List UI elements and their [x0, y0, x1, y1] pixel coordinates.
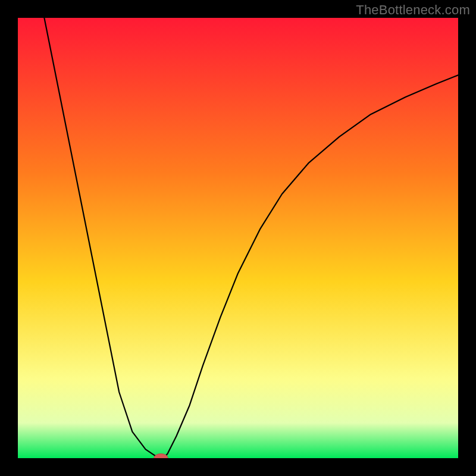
plot-svg [18, 18, 458, 458]
plot-area [18, 18, 458, 458]
gradient-background [18, 18, 458, 458]
chart-frame: TheBottleneck.com [0, 0, 476, 476]
watermark-text: TheBottleneck.com [356, 2, 470, 18]
